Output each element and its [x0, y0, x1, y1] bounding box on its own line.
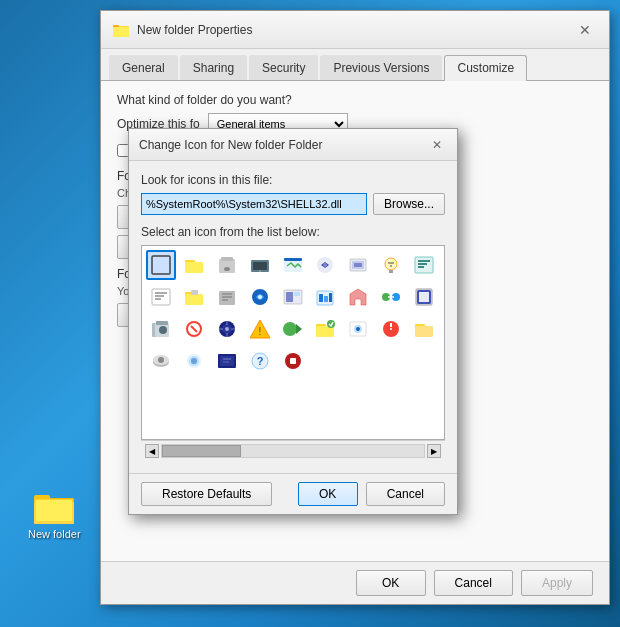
icon-cell-31[interactable]	[278, 346, 308, 376]
svg-point-49	[159, 326, 167, 334]
dialog-titlebar: Change Icon for New folder Folder ✕	[129, 129, 457, 161]
svg-point-14	[224, 267, 230, 271]
svg-rect-13	[221, 257, 233, 261]
file-row: Browse...	[141, 193, 445, 215]
svg-rect-28	[152, 289, 170, 305]
icon-cell-26[interactable]	[409, 314, 439, 344]
svg-rect-36	[286, 292, 293, 302]
svg-text:?: ?	[256, 355, 263, 367]
svg-rect-41	[329, 293, 332, 302]
icon-cell-18[interactable]	[146, 314, 176, 344]
icon-cell-15[interactable]	[343, 282, 373, 312]
icon-grid-container: !	[141, 245, 445, 440]
icon-cell-25[interactable]	[376, 314, 406, 344]
svg-point-54	[225, 327, 229, 331]
dialog-body: Look for icons in this file: Browse... S…	[129, 161, 457, 473]
icon-cell-7[interactable]	[376, 250, 406, 280]
icon-cell-20[interactable]	[212, 314, 242, 344]
look-for-label: Look for icons in this file:	[141, 173, 445, 187]
svg-rect-9	[152, 256, 170, 274]
svg-marker-62	[296, 324, 302, 334]
icon-cell-27[interactable]	[146, 346, 176, 376]
icon-cell-19[interactable]	[179, 314, 209, 344]
svg-line-51	[191, 326, 197, 332]
svg-point-17	[259, 270, 261, 272]
restore-defaults-button[interactable]: Restore Defaults	[141, 482, 272, 506]
svg-rect-26	[389, 270, 393, 273]
icon-cell-3[interactable]	[245, 250, 275, 280]
icon-cell-8[interactable]	[409, 250, 439, 280]
svg-rect-30	[185, 294, 203, 305]
dialog-footer-right: OK Cancel	[298, 482, 445, 506]
svg-rect-48	[156, 321, 168, 325]
icon-list-label: Select an icon from the list below:	[141, 225, 445, 239]
svg-point-75	[158, 357, 164, 363]
icon-cell-24[interactable]	[343, 314, 373, 344]
icon-cell-22[interactable]	[278, 314, 308, 344]
svg-point-61	[283, 322, 297, 336]
svg-rect-86	[290, 358, 296, 364]
icon-cell-16[interactable]	[376, 282, 406, 312]
svg-rect-40	[324, 296, 328, 302]
browse-button[interactable]: Browse...	[373, 193, 445, 215]
icon-cell-0[interactable]	[146, 250, 176, 280]
dialog-overlay: Change Icon for New folder Folder ✕ Look…	[0, 0, 620, 627]
icon-cell-17[interactable]	[409, 282, 439, 312]
scroll-left-arrow[interactable]: ◀	[145, 444, 159, 458]
svg-rect-70	[390, 328, 392, 330]
icon-cell-2[interactable]	[212, 250, 242, 280]
icon-grid: !	[142, 246, 444, 380]
icon-cell-11[interactable]	[212, 282, 242, 312]
file-path-input[interactable]	[141, 193, 367, 215]
svg-rect-37	[294, 292, 300, 296]
svg-point-21	[323, 263, 327, 267]
icon-cell-29[interactable]	[212, 346, 242, 376]
svg-rect-31	[191, 290, 198, 295]
svg-rect-80	[220, 356, 234, 366]
icon-cell-4[interactable]	[278, 250, 308, 280]
dialog-title: Change Icon for New folder Folder	[139, 138, 322, 152]
svg-rect-32	[219, 291, 235, 305]
icon-cell-30[interactable]: ?	[245, 346, 275, 376]
svg-point-34	[258, 295, 262, 299]
icon-cell-14[interactable]	[310, 282, 340, 312]
icon-cell-13[interactable]	[278, 282, 308, 312]
svg-text:!: !	[258, 326, 261, 337]
svg-point-68	[356, 327, 360, 331]
dialog-cancel-button[interactable]: Cancel	[366, 482, 445, 506]
svg-rect-11	[185, 262, 203, 273]
icon-cell-6[interactable]	[343, 250, 373, 280]
scroll-thumb	[162, 445, 241, 457]
svg-rect-72	[415, 326, 433, 337]
icon-cell-12[interactable]	[245, 282, 275, 312]
icon-cell-10[interactable]	[179, 282, 209, 312]
icon-grid-scrollbar: ◀ ▶	[141, 440, 445, 461]
icon-cell-28[interactable]	[179, 346, 209, 376]
icon-cell-9[interactable]	[146, 282, 176, 312]
svg-rect-24	[354, 263, 362, 267]
icon-cell-5[interactable]	[310, 250, 340, 280]
change-icon-dialog: Change Icon for New folder Folder ✕ Look…	[128, 128, 458, 515]
svg-rect-39	[319, 294, 323, 302]
icon-cell-1[interactable]	[179, 250, 209, 280]
dialog-ok-button[interactable]: OK	[298, 482, 358, 506]
svg-rect-27	[415, 257, 433, 273]
scroll-right-arrow[interactable]: ▶	[427, 444, 441, 458]
svg-rect-16	[253, 262, 267, 270]
dialog-close-button[interactable]: ✕	[427, 135, 447, 155]
scroll-track[interactable]	[161, 444, 425, 458]
dialog-footer: Restore Defaults OK Cancel	[129, 473, 457, 514]
icon-cell-23[interactable]	[310, 314, 340, 344]
svg-point-78	[191, 358, 197, 364]
svg-rect-19	[284, 258, 302, 261]
icon-cell-21[interactable]: !	[245, 314, 275, 344]
svg-point-25	[385, 258, 397, 270]
